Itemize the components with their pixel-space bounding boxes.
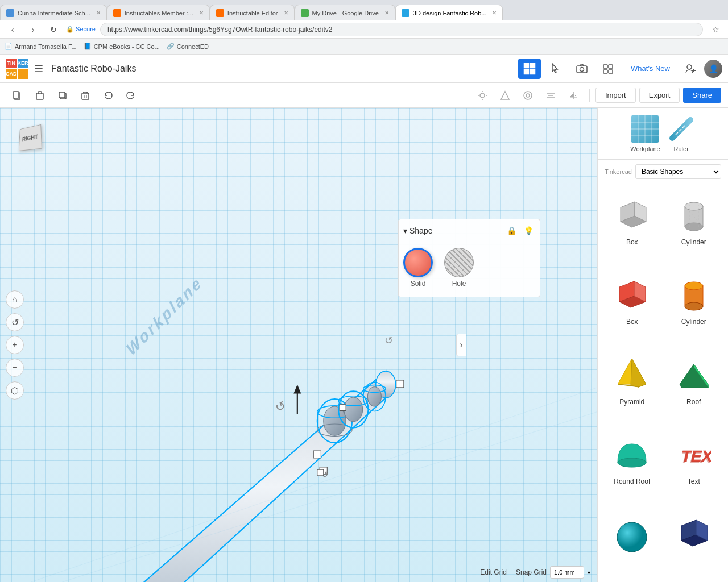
ruler-tool[interactable]: Ruler [667,115,696,152]
snap-grid-input[interactable] [550,566,584,579]
tab-cunha[interactable]: Cunha Intermediate Sch... ✕ [0,5,107,20]
shapes-brand-column: Tinkercad [605,168,632,175]
ruler-svg [668,115,695,143]
shape-pyramid[interactable]: Pyramid [603,350,661,425]
svg-point-5 [580,67,584,71]
toolbar: Import Export Share [0,83,728,108]
3d-scene: ↺ ↺ ↺ [0,108,597,582]
tab-close-tinkercad[interactable]: ✕ [492,10,497,16]
browser-tabs: Cunha Intermediate Sch... ✕ Instructable… [0,0,728,20]
refresh-button[interactable]: ↻ [46,22,61,38]
copy-button[interactable] [7,86,27,105]
camera-button[interactable] [570,59,593,79]
svg-point-85 [685,202,703,210]
cylinder-orange-icon [672,273,715,315]
cylinder-wire-label: Cylinder [681,238,706,246]
hamburger-menu-button[interactable]: ☰ [32,60,46,77]
tab-favicon-tinkercad [402,9,410,17]
shape-box-navy[interactable] [665,509,723,576]
workplane-tool[interactable]: Workplane [630,115,660,152]
mirror-button[interactable] [563,86,584,105]
tab-close-editor[interactable]: ✕ [284,10,288,16]
tab-close-drive[interactable]: ✕ [384,10,389,16]
align-button[interactable] [540,86,561,105]
bookmark-button[interactable]: ☆ [708,22,723,38]
tab-tinkercad[interactable]: 3D design Fantastic Rob... ✕ [395,5,503,20]
svg-text:↺: ↺ [384,335,392,346]
svg-text:↺: ↺ [273,398,288,414]
pick-tool-button[interactable] [544,59,567,79]
export-button[interactable]: Export [639,88,680,103]
svg-marker-100 [680,364,709,388]
bookmark-label-armand: Armand Tomasella F... [15,43,77,50]
workplane-svg [631,115,659,143]
tab-drive[interactable]: My Drive - Google Drive ✕ [295,5,395,20]
edit-grid-label[interactable]: Edit Grid [480,568,507,576]
box-red-label: Box [626,318,638,326]
shape-round-roof[interactable]: Round Roof [603,429,661,504]
whats-new-button[interactable]: What's New [623,61,678,76]
delete-button[interactable] [75,86,96,105]
tab-instructables[interactable]: Instructables Member :... ✕ [107,5,210,20]
circle-tool-button[interactable] [518,86,538,105]
shape-box-wire[interactable]: Box [603,190,661,265]
shape-text[interactable]: TEXT TEXT Text [665,429,723,504]
shapes-category-select[interactable]: Basic Shapes Featured Text & Numbers [635,164,721,179]
avatar-image: 👤 [704,60,722,78]
svg-text:TEXT: TEXT [680,448,711,466]
redo-button[interactable] [121,86,141,105]
tab-close-instructables[interactable]: ✕ [199,10,204,16]
shape-cylinder-orange[interactable]: Cylinder [665,269,723,344]
shape-tool-button[interactable] [495,86,515,105]
snap-dropdown-button[interactable]: ▾ [588,569,590,576]
panel-toggle-chevron[interactable]: › [456,334,466,356]
shape-box-red[interactable]: Box [603,269,661,344]
svg-rect-50 [313,451,321,458]
tab-editor[interactable]: Instructable Editor ✕ [210,5,295,20]
grid-icon [523,63,536,75]
grid-view-button[interactable] [518,59,541,79]
url-input[interactable] [100,23,703,36]
tab-favicon-editor [216,9,224,17]
forward-button[interactable]: › [25,22,41,38]
box-navy-svg [677,516,711,552]
duplicate-button[interactable] [52,86,73,105]
paste-icon [35,90,45,101]
shape-roof[interactable]: Roof [665,350,723,425]
bookmark-armand[interactable]: 📄 Armand Tomasella F... [5,43,77,50]
bookmark-cpm[interactable]: 📘 CPM eBooks - CC Co... [84,43,160,50]
light-icon [477,90,487,101]
box-wireframe-svg [615,199,649,230]
undo-button[interactable] [98,86,118,105]
shape-cylinder-wire[interactable]: Cylinder [665,190,723,265]
svg-rect-18 [59,92,65,98]
snap-grid-label: Snap Grid [516,568,547,576]
add-user-icon [685,63,696,74]
bookmark-connected[interactable]: 🔗 ConnectED [167,43,209,50]
svg-point-57 [344,397,363,422]
light-icon-button[interactable] [472,86,493,105]
duplicate-icon [57,90,68,101]
tab-label-tinkercad: 3D design Fantastic Rob... [413,10,487,16]
avatar[interactable]: 👤 [704,60,722,78]
paste-button[interactable] [30,86,50,105]
share-button[interactable]: Share [683,88,721,103]
bookmark-icon-cpm: 📘 [84,43,92,50]
circle-tool-icon [523,90,533,101]
pyramid-icon [611,353,653,396]
viewport[interactable]: Workplane RIGHT ⌂ ↺ + − ⬡ ▾ [0,108,597,582]
right-panel-top: Workplane [598,108,728,160]
tinkercad-logo[interactable]: TIN KER CAD [6,59,26,79]
svg-point-25 [480,93,485,98]
back-button[interactable]: ‹ [5,22,20,38]
codeblocks-button[interactable] [597,59,619,79]
box-red-icon [611,273,653,315]
bookmarks-bar: 📄 Armand Tomasella F... 📘 CPM eBooks - C… [0,39,728,55]
import-button[interactable]: Import [595,88,636,103]
svg-line-41 [98,371,386,582]
svg-line-70 [31,388,597,582]
tab-close-cunha[interactable]: ✕ [96,10,101,16]
shape-sphere-teal[interactable] [603,509,661,576]
toolbar-separator [589,89,590,102]
add-user-button[interactable] [681,60,700,78]
